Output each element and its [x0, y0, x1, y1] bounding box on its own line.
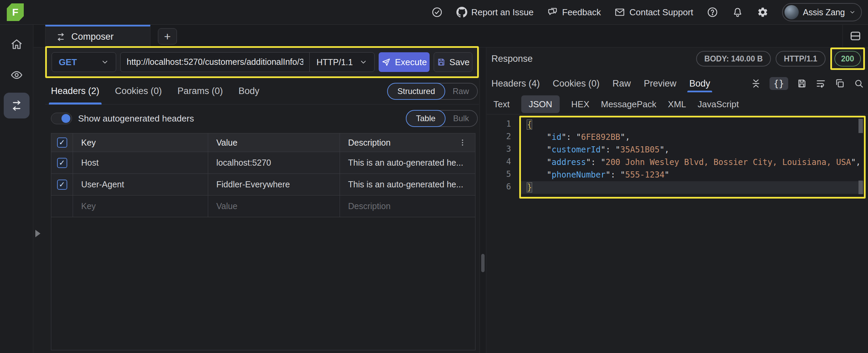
home-icon	[10, 38, 23, 51]
topbar-link-contact-support[interactable]: Contact Support	[614, 7, 693, 18]
save-button-label: Save	[449, 57, 469, 68]
new-header-row: KeyValueDescription	[51, 196, 475, 217]
format-tab-messagepack[interactable]: MessagePack	[601, 99, 656, 110]
select-all-checkbox[interactable]: ✓	[57, 137, 67, 148]
request-tab-body[interactable]: Body	[238, 78, 259, 104]
headers-view-option-table[interactable]: Table	[406, 110, 446, 127]
request-tab-headers-2[interactable]: Headers (2)	[51, 78, 100, 104]
format-tab-hex[interactable]: HEX	[571, 99, 589, 110]
new-header-value-cell[interactable]: Value	[208, 196, 340, 217]
header-value-cell[interactable]: Fiddler-Everywhere	[208, 174, 340, 195]
new-header-key-cell[interactable]: Key	[73, 196, 208, 217]
topbar-link-label: Contact Support	[629, 7, 693, 18]
copy-body-icon[interactable]	[834, 78, 845, 89]
response-badge-body-140-00-b: BODY: 140.00 B	[696, 51, 771, 67]
topbar-link-label: Feedback	[562, 7, 601, 18]
json-punctuation: ": "	[561, 132, 581, 142]
response-tabs-row: Headers (4)Cookies (0)RawPreviewBody {}	[491, 75, 864, 92]
sidebar	[0, 25, 33, 353]
toggle-knob	[61, 114, 70, 123]
bell-icon[interactable]	[732, 6, 743, 18]
header-description-cell[interactable]: This is an auto-generated he...	[340, 174, 475, 195]
search-body-icon[interactable]	[853, 78, 864, 89]
help-icon[interactable]	[707, 6, 718, 18]
topbar: F Report an IssueFeedbackContact Support…	[0, 0, 868, 25]
format-tab-javascript[interactable]: JavaScript	[698, 99, 739, 110]
json-bracket: {	[527, 120, 532, 129]
table-header-row: ✓KeyValueDescription	[51, 133, 475, 152]
word-wrap-icon[interactable]	[815, 78, 826, 89]
url-group: HTTP/1.1	[120, 52, 375, 72]
header-description-cell[interactable]: This is an auto-generated he...	[340, 152, 475, 173]
view-mode-option-structured[interactable]: Structured	[387, 83, 445, 100]
row-checkbox-cell: ✓	[51, 152, 73, 173]
kebab-menu-icon[interactable]	[458, 138, 467, 147]
sidebar-item-composer[interactable]	[4, 93, 30, 118]
show-autogenerated-toggle[interactable]	[51, 113, 72, 124]
json-punctuation: "	[527, 132, 551, 142]
response-tabs: Headers (4)Cookies (0)RawPreviewBody	[491, 75, 710, 92]
composer-icon	[56, 32, 66, 42]
eye-icon	[10, 69, 23, 81]
highlight-box-request-bar: GET HTTP/1.1 Execute Save	[45, 46, 479, 78]
tab-composer[interactable]: Composer	[45, 25, 150, 47]
column-header-label: Value	[216, 138, 237, 148]
scrollbar-thumb[interactable]	[481, 254, 485, 272]
sidebar-item-home[interactable]	[4, 32, 30, 57]
format-tab-xml[interactable]: XML	[668, 99, 686, 110]
format-json-icon[interactable]: {}	[770, 77, 788, 90]
sidebar-item-live-traffic[interactable]	[4, 62, 30, 88]
line-number-gutter: 123456	[487, 118, 511, 193]
highlight-box-response-body: { "id": "6FE892BB", "customerId": "35A51…	[519, 116, 866, 199]
check-circle-icon[interactable]	[431, 6, 443, 18]
response-tab-body[interactable]: Body	[689, 75, 710, 92]
execute-button[interactable]: Execute	[379, 52, 430, 72]
response-tab-headers-4[interactable]: Headers (4)	[491, 75, 540, 92]
format-tab-text[interactable]: Text	[493, 99, 510, 110]
save-button[interactable]: Save	[434, 52, 472, 72]
json-punctuation: ": "	[601, 145, 620, 154]
view-mode-option-raw[interactable]: Raw	[445, 87, 477, 96]
split-layout-icon[interactable]	[849, 30, 862, 42]
format-tab-json[interactable]: JSON	[521, 95, 560, 113]
headers-view-option-bulk[interactable]: Bulk	[445, 114, 477, 123]
response-tab-cookies-0[interactable]: Cookies (0)	[553, 75, 600, 92]
column-header-value: Value	[208, 133, 340, 152]
execute-button-label: Execute	[395, 57, 427, 68]
panel-splitter[interactable]	[480, 48, 486, 353]
collapse-all-icon[interactable]	[751, 78, 761, 89]
header-key-cell[interactable]: Host	[73, 152, 208, 173]
editor-scrollbar-thumb[interactable]	[858, 119, 863, 133]
topbar-link-feedback[interactable]: Feedback	[547, 7, 601, 18]
row-checkbox[interactable]: ✓	[57, 180, 67, 190]
topbar-link-report-an-issue[interactable]: Report an Issue	[456, 7, 534, 18]
new-header-description-cell[interactable]: Description	[340, 196, 475, 217]
json-punctuation: ": "	[605, 170, 625, 180]
response-title: Response	[491, 54, 533, 64]
editor-scrollbar-marker[interactable]	[858, 181, 863, 194]
response-body-editor[interactable]: { "id": "6FE892BB", "customerId": "35A51…	[521, 117, 864, 197]
header-key-cell[interactable]: User-Agent	[73, 174, 208, 195]
response-tab-preview[interactable]: Preview	[644, 75, 676, 92]
http-version-value: HTTP/1.1	[317, 57, 353, 67]
row-checkbox-cell	[51, 196, 73, 217]
url-input[interactable]	[121, 54, 309, 71]
method-select[interactable]: GET	[52, 52, 116, 72]
paper-plane-icon	[381, 57, 391, 67]
save-body-icon[interactable]	[796, 78, 807, 89]
request-tab-params-0[interactable]: Params (0)	[178, 78, 223, 104]
gear-icon[interactable]	[757, 6, 768, 18]
response-tab-raw[interactable]: Raw	[613, 75, 631, 92]
header-value-cell[interactable]: localhost:5270	[208, 152, 340, 173]
row-checkbox[interactable]: ✓	[57, 158, 67, 168]
fiddler-everywhere-app: F Report an IssueFeedbackContact Support…	[0, 0, 868, 353]
user-menu[interactable]: Assis Zang	[782, 3, 862, 21]
json-punctuation: ": "	[586, 157, 605, 167]
panel-expander-arrow[interactable]	[35, 230, 40, 237]
request-tab-cookies-0[interactable]: Cookies (0)	[115, 78, 162, 104]
http-version-select[interactable]: HTTP/1.1	[310, 53, 374, 72]
request-tabs-row: Headers (2)Cookies (0)Params (0)Body Str…	[45, 78, 479, 105]
json-string: 6FE892BB	[581, 132, 620, 142]
save-icon	[436, 57, 446, 67]
new-tab-button[interactable]: +	[158, 28, 177, 44]
